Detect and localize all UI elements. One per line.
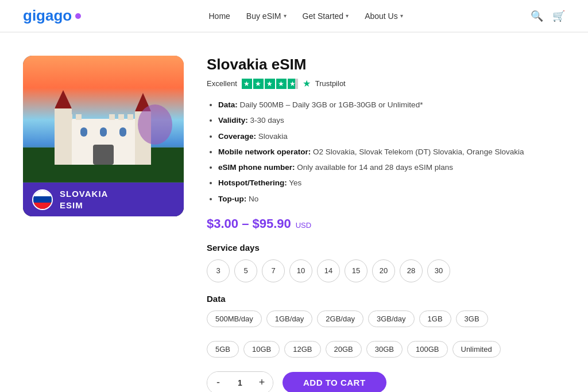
service-day-option[interactable]: 15 <box>345 259 368 282</box>
flag-red-stripe <box>33 203 52 209</box>
data-option[interactable]: 5GB <box>207 341 239 358</box>
service-day-option[interactable]: 10 <box>289 259 312 282</box>
service-days-options: 357101415202830 <box>207 259 565 282</box>
product-label-line2: ESIM <box>60 200 108 211</box>
add-to-cart-button[interactable]: ADD TO CART <box>283 372 386 392</box>
nav-buy-esim[interactable]: Buy eSIM ▾ <box>246 11 287 21</box>
feature-item: eSIM phone number: Only available for 14… <box>218 162 565 173</box>
trustpilot-icon: ★ <box>303 78 311 89</box>
trustpilot-brand: Trustpilot <box>315 79 346 88</box>
star-5-half: ★ <box>288 79 298 89</box>
data-label: Data <box>207 294 565 304</box>
service-day-option[interactable]: 3 <box>207 259 230 282</box>
price-currency: USD <box>296 221 311 230</box>
data-option[interactable]: 2GB/day <box>317 311 363 327</box>
flag-blue-stripe <box>33 196 52 203</box>
search-icon[interactable]: 🔍 <box>531 10 543 22</box>
svg-rect-6 <box>80 127 87 137</box>
quantity-minus-button[interactable]: - <box>207 372 229 392</box>
service-day-option[interactable]: 14 <box>317 259 340 282</box>
service-days-label: Service days <box>207 243 565 253</box>
data-option[interactable]: 3GB/day <box>368 311 415 327</box>
feature-item: Hotspot/Tethering: Yes <box>218 177 565 189</box>
service-day-option[interactable]: 20 <box>372 259 395 282</box>
nav-get-started[interactable]: Get Started ▾ <box>303 11 349 21</box>
product-image-label: SLOVAKIA ESIM <box>23 183 184 216</box>
svg-rect-13 <box>109 114 115 120</box>
price-row: $3.00 – $95.90 USD <box>207 216 565 231</box>
service-day-option[interactable]: 30 <box>427 259 450 282</box>
service-day-option[interactable]: 7 <box>262 259 285 282</box>
trustpilot-stars: ★ ★ ★ ★ ★ <box>242 79 298 89</box>
data-option[interactable]: 20GB <box>326 341 362 358</box>
chevron-down-icon: ▾ <box>284 13 287 19</box>
svg-point-16 <box>138 104 172 145</box>
data-options-row2: 5GB10GB12GB20GB30GB100GBUnlimited <box>207 341 565 358</box>
chevron-down-icon: ▾ <box>346 13 349 19</box>
castle-svg <box>23 79 184 182</box>
product-image: SLOVAKIA ESIM <box>23 56 184 216</box>
slovakia-flag <box>32 189 53 210</box>
data-option[interactable]: 3GB <box>456 311 488 327</box>
quantity-control: - 1 + <box>207 371 273 392</box>
price-range: $3.00 – $95.90 <box>207 216 291 231</box>
product-details: Slovakia eSIM Excellent ★ ★ ★ ★ ★ ★ Trus… <box>207 56 565 392</box>
product-image-section: SLOVAKIA ESIM <box>23 56 184 392</box>
svg-rect-9 <box>93 145 114 165</box>
data-option[interactable]: 10GB <box>243 341 280 358</box>
features-list: Data: Daily 500MB – Daily 3GB or 1GB-30G… <box>207 99 565 205</box>
svg-rect-11 <box>67 114 72 120</box>
svg-rect-12 <box>76 114 82 120</box>
svg-marker-4 <box>55 90 72 108</box>
flag-white-stripe <box>33 191 52 197</box>
main-content: SLOVAKIA ESIM Slovakia eSIM Excellent ★ … <box>0 33 588 392</box>
trustpilot-label: Excellent <box>207 79 237 88</box>
feature-item: Data: Daily 500MB – Daily 3GB or 1GB-30G… <box>218 99 565 111</box>
star-2: ★ <box>253 79 264 89</box>
data-option[interactable]: 100GB <box>407 341 447 358</box>
quantity-value: 1 <box>229 372 251 392</box>
nav-home[interactable]: Home <box>208 11 230 21</box>
product-title: Slovakia eSIM <box>207 56 565 73</box>
feature-item: Top-up: No <box>218 193 565 205</box>
chevron-down-icon: ▾ <box>400 13 403 19</box>
nav-about-us[interactable]: About Us ▾ <box>365 11 403 21</box>
service-day-option[interactable]: 5 <box>234 259 257 282</box>
feature-item: Mobile network operator: O2 Slovakia, Sl… <box>218 146 565 158</box>
svg-rect-14 <box>118 114 124 120</box>
product-label-line1: SLOVAKIA <box>60 188 108 200</box>
header-icons: 🔍 🛒 <box>531 10 565 22</box>
product-image-text: SLOVAKIA ESIM <box>60 188 108 211</box>
svg-rect-10 <box>57 114 63 120</box>
cart-icon[interactable]: 🛒 <box>552 10 565 22</box>
data-option[interactable]: 1GB/day <box>266 311 313 327</box>
trustpilot-row: Excellent ★ ★ ★ ★ ★ ★ Trustpilot <box>207 78 565 89</box>
main-nav: Home Buy eSIM ▾ Get Started ▾ About Us ▾ <box>208 11 403 21</box>
svg-rect-8 <box>119 127 126 137</box>
feature-item: Coverage: Slovakia <box>218 131 565 142</box>
star-3: ★ <box>265 79 275 89</box>
data-options-row1: 500MB/day1GB/day2GB/day3GB/day1GB3GB <box>207 311 565 327</box>
star-1: ★ <box>242 79 252 89</box>
header: gigago Home Buy eSIM ▾ Get Started ▾ Abo… <box>0 0 588 32</box>
logo[interactable]: gigago <box>23 7 81 25</box>
logo-dot <box>75 13 81 19</box>
logo-text: gigago <box>23 7 72 25</box>
feature-item: Validity: 3-30 days <box>218 115 565 126</box>
service-day-option[interactable]: 28 <box>400 259 423 282</box>
data-option[interactable]: 1GB <box>419 311 451 327</box>
data-option[interactable]: Unlimited <box>452 341 501 358</box>
data-option[interactable]: 12GB <box>284 341 320 358</box>
quantity-plus-button[interactable]: + <box>251 372 273 392</box>
data-option[interactable]: 500MB/day <box>207 311 262 327</box>
svg-rect-7 <box>100 127 107 137</box>
svg-rect-15 <box>127 114 133 120</box>
star-4: ★ <box>276 79 287 89</box>
cart-row: - 1 + ADD TO CART <box>207 371 565 392</box>
data-option[interactable]: 30GB <box>366 341 403 358</box>
